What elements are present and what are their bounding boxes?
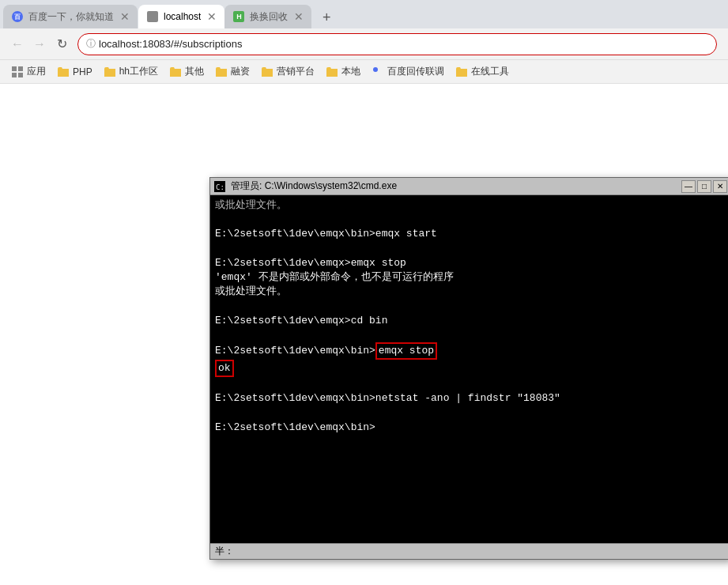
page-content: C: 管理员: C:\Windows\system32\cmd.exe — □ … <box>0 84 728 585</box>
tab-favicon-huanhuan: H <box>232 10 245 23</box>
bookmark-local[interactable]: 本地 <box>321 63 365 80</box>
cmd-bottom-bar: 半： <box>210 543 728 559</box>
svg-rect-1 <box>18 66 23 71</box>
cmd-ok-box: ok <box>215 360 234 377</box>
cmd-line-13 <box>215 377 726 391</box>
bookmark-local-label: 本地 <box>341 65 360 78</box>
cmd-line-14: E:\2setsoft\1dev\emqx\bin>netstat -ano |… <box>215 391 726 406</box>
nav-bar: ← → ↻ ⓘ <box>0 28 728 60</box>
cmd-titlebar: C: 管理员: C:\Windows\system32\cmd.exe — □ … <box>210 178 728 195</box>
bookmark-marketing[interactable]: 营销平台 <box>256 63 319 80</box>
tab-close-huanhuan[interactable]: ✕ <box>294 10 304 23</box>
cmd-line-4 <box>215 242 726 256</box>
cmd-line-2 <box>215 213 726 227</box>
browser-chrome: 百 百度一下，你就知道 ✕ localhost ✕ H 换换回收 ✕ + ← →… <box>0 0 728 84</box>
bookmark-tools-label: 在线工具 <box>471 65 509 78</box>
cmd-line-9: E:\2setsoft\1dev\emqx>cd bin <box>215 314 726 328</box>
tab-favicon-localhost <box>146 10 159 23</box>
bookmark-hh[interactable]: hh工作区 <box>99 63 163 80</box>
cmd-line-6: 'emqx' 不是内部或外部命令，也不是可运行的程序 <box>215 270 726 285</box>
bookmark-php-label: PHP <box>73 66 92 77</box>
cmd-line-1: 或批处理文件。 <box>215 198 726 213</box>
address-bar-input[interactable] <box>99 38 708 50</box>
cmd-controls: — □ ✕ <box>681 180 727 193</box>
cmd-line-5: E:\2setsoft\1dev\emqx>emqx stop <box>215 256 726 270</box>
forward-button[interactable]: → <box>28 33 51 55</box>
cmd-window[interactable]: C: 管理员: C:\Windows\system32\cmd.exe — □ … <box>209 177 728 560</box>
cmd-title-text: 管理员: C:\Windows\system32\cmd.exe <box>231 179 681 193</box>
address-bar-wrapper[interactable]: ⓘ <box>77 33 717 55</box>
svg-rect-0 <box>12 66 17 71</box>
cmd-highlight-emqx-stop: emqx stop <box>375 342 437 360</box>
tab-title-baidu: 百度一下，你就知道 <box>28 10 114 24</box>
bookmark-hh-label: hh工作区 <box>119 65 158 78</box>
tab-bar: 百 百度一下，你就知道 ✕ localhost ✕ H 换换回收 ✕ + <box>0 0 728 28</box>
folder-other-icon <box>169 66 182 78</box>
bookmark-tools[interactable]: 在线工具 <box>451 63 514 80</box>
folder-php-icon <box>57 66 70 78</box>
cmd-icon: C: <box>213 180 226 193</box>
cmd-minimize-button[interactable]: — <box>681 180 696 193</box>
cmd-line-15 <box>215 406 726 421</box>
tab-title-localhost: localhost <box>164 11 201 22</box>
bookmark-funding[interactable]: 融资 <box>210 63 255 80</box>
svg-text:C:: C: <box>216 183 224 191</box>
cmd-close-button[interactable]: ✕ <box>713 180 727 193</box>
lock-icon: ⓘ <box>86 37 96 51</box>
bookmark-apps[interactable]: 应用 <box>6 63 51 80</box>
cmd-line-7: 或批处理文件。 <box>215 285 726 299</box>
cmd-line-10 <box>215 328 726 342</box>
folder-marketing-icon <box>261 66 273 78</box>
tab-close-baidu[interactable]: ✕ <box>120 10 130 23</box>
bookmark-funding-label: 融资 <box>231 65 250 78</box>
paw-icon <box>372 66 384 78</box>
cmd-bottom-text: 半： <box>215 545 234 558</box>
bookmark-baidu-callback[interactable]: 百度回传联调 <box>367 63 449 80</box>
bookmark-php[interactable]: PHP <box>52 64 97 80</box>
bookmark-apps-label: 应用 <box>27 65 46 78</box>
cmd-line-11: E:\2setsoft\1dev\emqx\bin>emqx stop <box>215 342 726 360</box>
tab-localhost[interactable]: localhost ✕ <box>138 5 224 28</box>
svg-point-4 <box>373 67 378 72</box>
tab-baidu[interactable]: 百 百度一下，你就知道 ✕ <box>3 5 138 28</box>
cmd-line-12: ok <box>215 360 726 377</box>
tab-close-localhost[interactable]: ✕ <box>207 10 217 23</box>
tab-huanhuan[interactable]: H 换换回收 ✕ <box>224 5 311 28</box>
refresh-button[interactable]: ↻ <box>51 33 73 55</box>
tab-title-huanhuan: 换换回收 <box>250 10 288 24</box>
bookmark-other-label: 其他 <box>185 65 204 78</box>
back-button[interactable]: ← <box>6 33 28 55</box>
bookmarks-bar: 应用 PHP hh工作区 其他 融资 <box>0 60 728 84</box>
bookmark-marketing-label: 营销平台 <box>277 65 315 78</box>
folder-tools-icon <box>455 66 468 78</box>
svg-rect-3 <box>18 73 23 77</box>
folder-funding-icon <box>215 66 228 78</box>
apps-icon <box>11 66 24 78</box>
cmd-line-3: E:\2setsoft\1dev\emqx\bin>emqx start <box>215 227 726 241</box>
folder-hh-icon <box>104 66 116 78</box>
cmd-restore-button[interactable]: □ <box>697 180 711 193</box>
folder-local-icon <box>326 66 338 78</box>
svg-rect-2 <box>12 73 17 77</box>
cmd-body: 或批处理文件。 E:\2setsoft\1dev\emqx\bin>emqx s… <box>210 195 728 543</box>
bookmark-other[interactable]: 其他 <box>164 63 209 80</box>
new-tab-button[interactable]: + <box>315 6 338 28</box>
cmd-line-16: E:\2setsoft\1dev\emqx\bin> <box>215 421 726 435</box>
tab-favicon-baidu: 百 <box>11 10 24 23</box>
cmd-line-8 <box>215 299 726 313</box>
bookmark-baidu-callback-label: 百度回传联调 <box>387 65 444 78</box>
